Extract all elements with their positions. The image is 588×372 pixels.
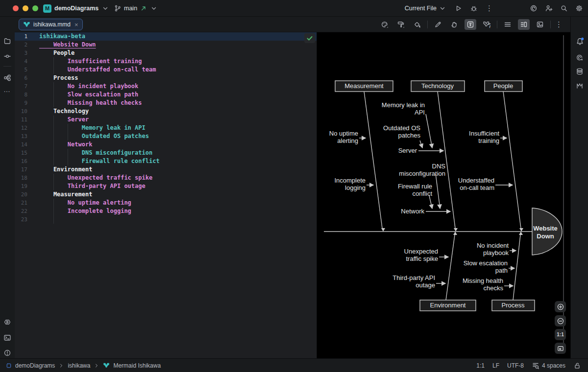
line-number[interactable]: 16 — [15, 157, 39, 165]
code-line[interactable]: Website Down — [39, 41, 317, 49]
line-number[interactable]: 3 — [15, 49, 39, 57]
theme-palette-button[interactable] — [379, 19, 391, 30]
code-line[interactable]: People — [39, 49, 317, 57]
terminal-tool-icon[interactable] — [3, 334, 11, 342]
line-number[interactable]: 23 — [15, 215, 39, 224]
code-line[interactable] — [39, 215, 317, 224]
code-line[interactable]: DNS misconfiguration — [39, 149, 317, 157]
line-number[interactable]: 10 — [15, 107, 39, 116]
line-number[interactable]: 22 — [15, 207, 39, 215]
breadcrumb-folder[interactable]: ishikawa — [68, 362, 90, 369]
line-number[interactable]: 17 — [15, 165, 39, 174]
line-number[interactable]: 8 — [15, 91, 39, 99]
run-button[interactable] — [454, 4, 462, 12]
commit-tool-icon[interactable] — [3, 52, 11, 60]
unlocked-icon[interactable] — [573, 362, 581, 370]
run-configuration-select[interactable]: Current File — [405, 4, 446, 12]
breadcrumb-project[interactable]: demoDiagrams — [15, 362, 55, 369]
line-number[interactable]: 7 — [15, 82, 39, 91]
search-icon[interactable] — [560, 4, 568, 12]
line-number[interactable]: 2 — [15, 41, 39, 49]
line-number[interactable]: 18 — [15, 174, 39, 182]
code-line[interactable]: Unexpected traffic spike — [39, 174, 317, 182]
notifications-bell-icon[interactable] — [576, 37, 584, 46]
code-with-me-icon[interactable] — [545, 4, 553, 12]
code-line[interactable]: Incomplete logging — [39, 207, 317, 215]
line-number[interactable]: 1 — [15, 32, 39, 41]
code-line[interactable]: Insufficient training — [39, 57, 317, 66]
file-encoding[interactable]: UTF-8 — [507, 362, 524, 369]
line-number[interactable]: 6 — [15, 74, 39, 82]
zoom-actual-size-button[interactable]: 1:1 — [555, 329, 566, 340]
line-ending[interactable]: LF — [492, 362, 499, 369]
settings-gear-icon[interactable] — [575, 4, 583, 12]
code-editor[interactable]: 1234567891011121314151617181920212223 is… — [15, 32, 317, 358]
code-line[interactable]: Outdated OS patches — [39, 132, 317, 140]
mermaid-help-button[interactable]: ? — [481, 19, 492, 30]
line-number[interactable]: 5 — [15, 66, 39, 74]
line-number[interactable]: 13 — [15, 132, 39, 140]
tab-close-icon[interactable]: × — [74, 21, 78, 28]
ai-chat-icon[interactable] — [576, 54, 584, 62]
editor-only-view-button[interactable] — [502, 19, 514, 30]
code-line[interactable]: Process — [39, 74, 317, 82]
diagram-preview[interactable]: Website Down Measurement Technology Peop… — [317, 32, 570, 358]
branch-name[interactable]: main — [124, 5, 137, 12]
mermaid-chart-tool-icon[interactable] — [576, 82, 584, 90]
paint-roller-button[interactable] — [395, 19, 407, 30]
code-line[interactable]: No uptime alerting — [39, 199, 317, 207]
project-tool-icon[interactable] — [3, 37, 11, 45]
zoom-out-button[interactable] — [555, 315, 566, 326]
more-tools-icon[interactable]: … — [3, 86, 10, 93]
line-number[interactable]: 14 — [15, 140, 39, 149]
project-widget[interactable]: M demoDiagrams — [43, 0, 109, 17]
zoom-fit-button[interactable] — [555, 343, 566, 354]
code-line[interactable]: Memory leak in API — [39, 124, 317, 132]
code-line[interactable]: Server — [39, 116, 317, 124]
minimize-window-button[interactable] — [23, 5, 28, 11]
code-line[interactable]: Environment — [39, 165, 317, 174]
services-tool-icon[interactable] — [3, 318, 11, 326]
split-view-button[interactable] — [518, 19, 530, 30]
line-number[interactable]: 9 — [15, 99, 39, 107]
toolbar-more-button[interactable]: ⋮ — [555, 21, 563, 28]
inspections-widget[interactable] — [304, 33, 315, 43]
structure-tool-icon[interactable] — [3, 74, 11, 82]
code-line[interactable]: Firewall rule conflict — [39, 157, 317, 165]
maximize-window-button[interactable] — [32, 5, 38, 11]
breadcrumb-element[interactable]: Mermaid Ishikawa — [113, 362, 161, 369]
preview-only-view-button[interactable] — [534, 19, 546, 30]
fill-bucket-button[interactable] — [411, 19, 423, 30]
zoom-in-button[interactable] — [555, 301, 566, 312]
database-icon[interactable] — [576, 68, 584, 75]
problems-tool-icon[interactable] — [3, 349, 11, 357]
line-number[interactable]: 12 — [15, 124, 39, 132]
branch-widget[interactable]: main — [114, 0, 158, 17]
line-number[interactable]: 11 — [15, 116, 39, 124]
caret-position[interactable]: 1:1 — [476, 362, 485, 369]
ai-assistant-icon[interactable] — [530, 4, 538, 12]
tab-ishikawa-mmd[interactable]: ishikawa.mmd × — [19, 19, 83, 30]
code-line[interactable]: Technology — [39, 107, 317, 116]
more-actions-button[interactable]: ⋮ — [486, 4, 493, 12]
code-line[interactable]: Understaffed on-call team — [39, 66, 317, 74]
code-line[interactable]: Network — [39, 140, 317, 149]
edit-pencil-button[interactable] — [432, 19, 444, 30]
code-line[interactable]: Measurement — [39, 190, 317, 199]
code-line[interactable]: Missing health checks — [39, 99, 317, 107]
line-number[interactable]: 4 — [15, 57, 39, 66]
project-name[interactable]: demoDiagrams — [54, 5, 98, 12]
line-number[interactable]: 19 — [15, 182, 39, 190]
indent-setting[interactable]: 4 spaces — [532, 362, 565, 370]
line-number[interactable]: 20 — [15, 190, 39, 199]
code-line[interactable]: Third-party API outage — [39, 182, 317, 190]
close-window-button[interactable] — [13, 5, 19, 11]
line-number[interactable]: 15 — [15, 149, 39, 157]
pan-hand-button[interactable] — [448, 19, 460, 30]
line-number[interactable]: 21 — [15, 199, 39, 207]
code-line[interactable]: Slow escalation path — [39, 91, 317, 99]
debug-button[interactable] — [470, 4, 478, 12]
code-line[interactable]: ishikawa-beta — [39, 32, 317, 41]
code-line[interactable]: No incident playbook — [39, 82, 317, 91]
insert-mode-button[interactable] — [465, 19, 476, 30]
